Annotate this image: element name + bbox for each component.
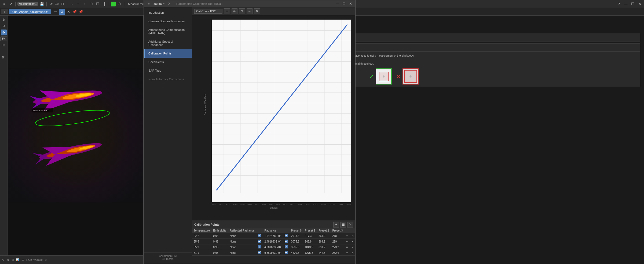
zoom-icon[interactable]: ⊞ (1, 42, 7, 48)
nav-non-uniformity: Non-Uniformity Corrections (144, 75, 192, 83)
close-app-icon[interactable]: ✕ (637, 1, 642, 7)
preset1-2: 1043.5 (303, 244, 317, 250)
polygon-icon[interactable]: ⬡ (89, 1, 94, 7)
cal-points-header: Calibration Points + ☰ ✕ (192, 221, 355, 228)
divider-4 (109, 2, 109, 6)
check2-3[interactable] (283, 250, 290, 256)
draw-icon[interactable]: ∕ (82, 1, 87, 7)
tool-icon-2[interactable]: ⇅ (7, 258, 9, 261)
nav-introduction[interactable]: Introduction (144, 8, 192, 17)
col-reflected: Reflected Radiance (228, 228, 256, 233)
delete-3[interactable]: ✕ (350, 250, 355, 256)
graph-area: Radiance (W/m²/sr) Counts (192, 15, 355, 221)
tool-icon-4[interactable]: 📊 (16, 258, 19, 261)
nav-calibration-points[interactable]: Calibration Points (144, 49, 192, 58)
check2-2[interactable] (283, 244, 290, 250)
hex-icon[interactable]: ⬡ (117, 1, 122, 7)
image-viewport[interactable]: ⊕ ↺ ✥ 8% ⊞ 0° (0, 16, 143, 255)
forward-icon[interactable]: → (69, 1, 75, 7)
nav-additional-spectral[interactable]: Additional Spectral Responses (144, 37, 192, 49)
table-row: 35.5 0.98 None 2.481983E-04 3075.3 945.8… (192, 239, 355, 244)
edit-3[interactable]: ✏ (345, 250, 350, 256)
temp-3: 81.1 (192, 250, 211, 256)
rotate-icon[interactable]: ↺ (1, 23, 7, 29)
minimize-icon[interactable]: — (623, 1, 628, 7)
close-cal-btn[interactable]: ✕ (347, 222, 353, 228)
rcal-maximize-icon[interactable]: ☐ (341, 1, 347, 6)
scale-badge: 8% (0, 36, 7, 41)
edit-1[interactable]: ✏ (345, 239, 350, 244)
rcal-x-icon[interactable]: ✕ (167, 1, 172, 6)
maximize-icon[interactable]: ☐ (630, 1, 635, 7)
add-icon[interactable]: + (76, 1, 81, 7)
bottom-icons: ⚙ ⇅ ⊞ 📊 ☰ RGB Average ⊛ (2, 258, 47, 261)
edit-tab-icon[interactable]: ✏ (53, 9, 58, 14)
panel-icon[interactable]: ▐ (101, 1, 107, 7)
tab-pin-icon[interactable]: 📌 (72, 9, 77, 14)
roi-bad-container: ✕ + (396, 68, 419, 85)
delete-1[interactable]: ✕ (350, 239, 355, 244)
tab-1[interactable]: 1 (1, 9, 8, 14)
temp-0: 22.2 (192, 233, 211, 239)
camera-icon[interactable]: ⊡ (60, 1, 65, 7)
divider-3 (67, 2, 67, 6)
graph-close-btn[interactable]: ✕ (254, 8, 260, 14)
rect-icon[interactable]: ☐ (95, 1, 100, 7)
tool-icon-3[interactable]: ⊞ (12, 258, 14, 261)
graph-refresh-btn[interactable]: ⟳ (239, 8, 245, 14)
tool-icon-1[interactable]: ⚙ (2, 258, 5, 261)
col-check2 (283, 228, 290, 233)
graph-forward-btn[interactable]: → (247, 8, 253, 14)
svg-rect-12 (8, 68, 143, 202)
thermal-image-area: Measurement1 (8, 16, 143, 255)
graph-curve-select[interactable]: Cal Curve PS2 (194, 9, 222, 14)
graph-add-btn[interactable]: + (224, 8, 230, 14)
tool-icon-5[interactable]: ☰ (21, 258, 24, 261)
col-radiance: Radiance (263, 228, 283, 233)
help-icon[interactable]: ? (616, 1, 621, 7)
tab-close-icon[interactable]: ✕ (66, 9, 71, 14)
check-2[interactable] (256, 244, 263, 250)
tab-image[interactable]: Blue_Angels_background.tif (9, 9, 51, 14)
delete-0[interactable]: ✕ (350, 233, 355, 239)
edit-0[interactable]: ✏ (345, 233, 350, 239)
refresh-icon[interactable]: ⟳ (49, 1, 54, 7)
arrow-icon[interactable]: ↗ (8, 1, 13, 7)
reflected-1: None (228, 239, 256, 244)
nav-camera-spectral[interactable]: Camera Spectral Response (144, 17, 192, 25)
rcal-menu-icon[interactable]: ≡ (146, 1, 151, 6)
image-viewer-panel: ⊕ ↺ ✥ 8% ⊞ 0° (0, 16, 144, 264)
check-3[interactable] (256, 250, 263, 256)
check-1[interactable] (256, 239, 263, 244)
rcal-window-controls: — ☐ ✕ (335, 1, 353, 6)
nav-coefficients[interactable]: Coefficients (144, 58, 192, 66)
move-icon[interactable]: ✥ (1, 30, 7, 35)
menu-icon[interactable]: ≡ (2, 1, 7, 7)
edit-2[interactable]: ✏ (345, 244, 350, 250)
col-emissivity: Emissivity (211, 228, 228, 233)
check2-0[interactable] (283, 233, 290, 239)
check2-1[interactable] (283, 239, 290, 244)
add-cal-point-btn[interactable]: + (333, 222, 339, 228)
list-cal-btn[interactable]: ☰ (340, 222, 346, 228)
nav-saf-tags[interactable]: SAF Tags (144, 66, 192, 75)
rcal-close-icon[interactable]: ✕ (348, 1, 353, 6)
roi-good-box: + (376, 68, 392, 85)
crosshair-icon[interactable]: ⊕ (1, 17, 7, 23)
preset0-1: 3075.3 (290, 239, 303, 244)
tab-count-badge: 2 (59, 9, 65, 15)
toolbar-right: ? — ☐ ✕ (616, 1, 642, 7)
check-0[interactable] (256, 233, 263, 239)
nav-atmospheric[interactable]: Atmospheric Compensation (MODTRAN) (144, 25, 192, 37)
cross-mark-icon: ✕ (396, 72, 401, 81)
table-row: 81.1 0.98 None 9.869953E-04 4520.3 1275.… (192, 250, 355, 256)
save-icon[interactable]: 💾 (39, 1, 45, 7)
rgb-icon[interactable]: ⊛ (45, 258, 47, 261)
preset3-1: 219 (331, 239, 344, 244)
cal-table-wrapper: Temperature Emissivity Reflected Radianc… (192, 228, 355, 256)
rcal-minimize-icon[interactable]: — (335, 1, 340, 6)
delete-2[interactable]: ✕ (350, 244, 355, 250)
col-preset0: Preset 0 (290, 228, 303, 233)
graph-edit-btn[interactable]: ✏ (232, 8, 237, 14)
tab-pin2-icon[interactable]: 📌 (78, 9, 83, 14)
